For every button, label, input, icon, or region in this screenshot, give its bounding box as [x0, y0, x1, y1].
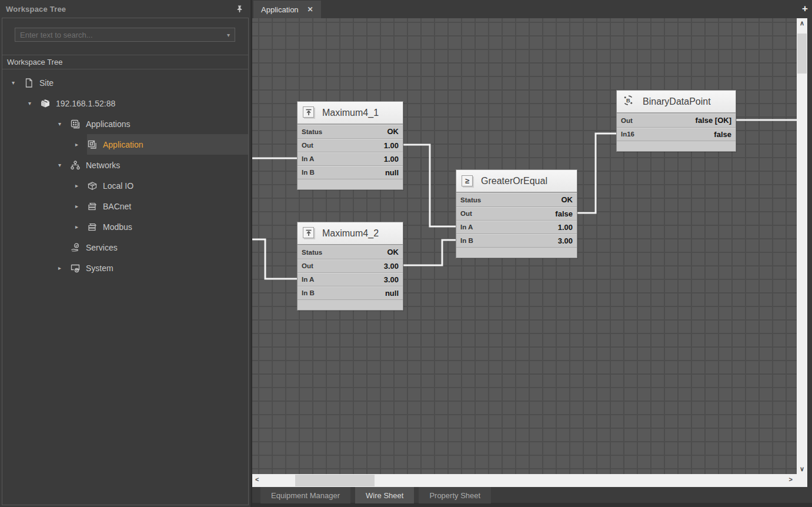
- tree-expand-arrow-icon[interactable]: ▸: [74, 141, 87, 148]
- search-box[interactable]: ▾: [15, 28, 235, 42]
- view-tab-wire-sheet[interactable]: Wire Sheet: [355, 487, 414, 503]
- scroll-left-icon[interactable]: <: [255, 476, 259, 483]
- block-rows: Out false [OK] In16 false: [617, 114, 736, 141]
- function-block[interactable]: ≥ GreaterOrEqual Status OK Out false In …: [456, 169, 577, 258]
- editor-area: Application ✕ + Maximum4_1 Status OK Out…: [252, 0, 812, 507]
- block-property-row[interactable]: In A 1.00: [298, 152, 403, 165]
- tree-expand-arrow-icon[interactable]: ▾: [27, 100, 40, 106]
- block-property-row[interactable]: Status OK: [298, 245, 403, 259]
- tree-item-label: Site: [39, 78, 54, 88]
- tree-item-label: Application: [103, 140, 143, 149]
- block-property-row[interactable]: Out 1.00: [298, 138, 403, 152]
- tree-expand-arrow-icon[interactable]: ▾: [11, 79, 24, 86]
- maximum-icon: [303, 106, 314, 119]
- tree-item[interactable]: ▸ Application: [2, 134, 248, 155]
- property-value: 3.00: [558, 236, 573, 245]
- tree-expand-arrow-icon[interactable]: ▸: [57, 265, 70, 271]
- scroll-right-icon[interactable]: >: [789, 476, 793, 483]
- block-property-row[interactable]: In16 false: [617, 127, 736, 141]
- scroll-down-icon[interactable]: ∨: [797, 465, 807, 473]
- tree-expand-arrow-icon[interactable]: ▸: [74, 182, 87, 189]
- workspace-tree-panel: Workspace Tree ▾ Workspace Tree ▾ Site ▾…: [0, 0, 250, 507]
- tree-item[interactable]: ▾ Site: [2, 72, 248, 93]
- vertical-scrollbar-thumb[interactable]: [797, 34, 807, 74]
- block-property-row[interactable]: In A 1.00: [456, 220, 577, 234]
- tree-expand-arrow-icon[interactable]: ▸: [74, 224, 87, 230]
- property-name: Out: [621, 117, 633, 124]
- tree-section-header: Workspace Tree: [2, 55, 248, 69]
- right-edge-strip: [807, 18, 812, 474]
- function-block[interactable]: Maximum4_1 Status OK Out 1.00 In A 1.00 …: [297, 101, 403, 190]
- block-header[interactable]: B BinaryDataPoint: [617, 91, 736, 114]
- horizontal-scrollbar[interactable]: < >: [252, 474, 797, 487]
- site-document-icon: [24, 78, 34, 88]
- tree-expand-arrow-icon[interactable]: ▸: [74, 203, 87, 209]
- view-tab-property-sheet[interactable]: Property Sheet: [419, 487, 491, 503]
- maximum-icon: [303, 227, 314, 239]
- scrollbar-corner: [797, 474, 807, 487]
- binary-data-point-icon: B: [622, 94, 634, 109]
- tab-application[interactable]: Application ✕: [253, 1, 321, 18]
- block-title: GreaterOrEqual: [481, 176, 547, 186]
- wire-sheet-canvas[interactable]: Maximum4_1 Status OK Out 1.00 In A 1.00 …: [252, 18, 797, 474]
- tree-item[interactable]: ▸ Local IO: [2, 175, 248, 196]
- dropdown-arrow-icon[interactable]: ▾: [223, 32, 230, 38]
- property-value: OK: [562, 195, 573, 204]
- block-property-row[interactable]: In B 3.00: [456, 234, 577, 247]
- property-name: In B: [460, 237, 473, 244]
- block-header[interactable]: Maximum4_1: [298, 102, 403, 125]
- block-header[interactable]: Maximum4_2: [298, 222, 403, 245]
- wire[interactable]: [403, 145, 456, 226]
- panel-title: Workspace Tree: [6, 5, 234, 14]
- add-tab-button[interactable]: +: [802, 3, 808, 15]
- wire[interactable]: [403, 240, 456, 265]
- wire[interactable]: [252, 239, 297, 279]
- tree-item[interactable]: ▸ System: [2, 258, 248, 278]
- block-rows: Status OK Out 1.00 In A 1.00 In B null: [298, 125, 403, 179]
- block-property-row[interactable]: In B null: [298, 165, 403, 179]
- vertical-scrollbar[interactable]: ∧ ∨: [797, 18, 807, 474]
- block-footer: [298, 179, 403, 189]
- property-name: In B: [302, 289, 315, 296]
- tree-expand-arrow-icon[interactable]: ▾: [57, 121, 70, 127]
- block-property-row[interactable]: In A 3.00: [298, 272, 403, 286]
- tree-item[interactable]: ▸ BACnet: [2, 196, 248, 216]
- property-value: 1.00: [384, 155, 399, 164]
- tree-item[interactable]: Services: [2, 237, 248, 258]
- horizontal-scrollbar-thumb[interactable]: [295, 475, 375, 486]
- block-property-row[interactable]: Out 3.00: [298, 259, 403, 272]
- block-header[interactable]: ≥ GreaterOrEqual: [456, 170, 577, 193]
- tree-item[interactable]: ▾ Networks: [2, 155, 248, 175]
- block-property-row[interactable]: Status OK: [456, 193, 577, 206]
- property-name: In B: [302, 169, 315, 176]
- controller-icon: [40, 98, 51, 109]
- view-tab-equipment-manager[interactable]: Equipment Manager: [260, 487, 350, 503]
- tree-expand-arrow-icon[interactable]: ▾: [57, 162, 70, 168]
- close-icon[interactable]: ✕: [308, 5, 313, 14]
- wire[interactable]: [577, 134, 616, 213]
- tree-item-label: Applications: [86, 119, 131, 129]
- property-value: null: [385, 289, 399, 298]
- workspace-tree: ▾ Site ▾ 192.168.1.52:88 ▾ Applications …: [2, 69, 248, 278]
- scroll-up-icon[interactable]: ∧: [797, 19, 807, 27]
- block-rows: Status OK Out false In A 1.00 In B 3.00: [456, 193, 577, 247]
- tree-item[interactable]: ▸ Modbus: [2, 216, 248, 237]
- search-input[interactable]: [20, 31, 223, 39]
- function-block[interactable]: Maximum4_2 Status OK Out 3.00 In A 3.00 …: [297, 222, 403, 311]
- tree-item[interactable]: ▾ Applications: [2, 114, 248, 134]
- services-icon: [70, 242, 81, 253]
- block-rows: Status OK Out 3.00 In A 3.00 In B null: [298, 245, 403, 299]
- block-property-row[interactable]: Status OK: [298, 125, 403, 138]
- pin-icon[interactable]: [234, 4, 245, 14]
- function-block[interactable]: B BinaryDataPoint Out false [OK] In16 fa…: [616, 90, 736, 152]
- applications-icon: [70, 119, 81, 129]
- block-property-row[interactable]: In B null: [298, 286, 403, 299]
- networks-icon: [70, 160, 81, 171]
- tree-item[interactable]: ▾ 192.168.1.52:88: [2, 93, 248, 114]
- view-tabs: Equipment Manager Wire Sheet Property Sh…: [252, 487, 812, 507]
- property-value: false: [714, 130, 731, 139]
- property-name: Out: [302, 142, 313, 149]
- block-property-row[interactable]: Out false [OK]: [617, 114, 736, 127]
- block-property-row[interactable]: Out false: [456, 206, 577, 220]
- property-name: Out: [460, 210, 472, 217]
